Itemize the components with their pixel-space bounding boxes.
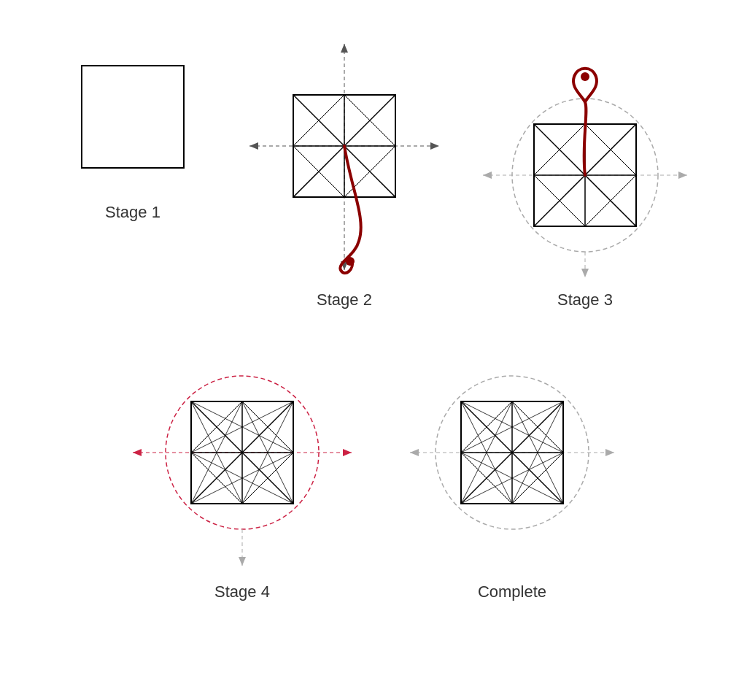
svg-marker-3 bbox=[249, 142, 258, 150]
row-1: Stage 1 bbox=[0, 44, 747, 309]
svg-rect-0 bbox=[82, 66, 184, 168]
svg-point-40 bbox=[581, 72, 589, 81]
stage4-svg bbox=[133, 365, 352, 569]
svg-marker-5 bbox=[341, 44, 348, 53]
svg-marker-25 bbox=[678, 172, 687, 179]
complete-svg bbox=[410, 365, 614, 569]
stage3-container: Stage 3 bbox=[483, 44, 687, 309]
main-container: Stage 1 bbox=[0, 0, 747, 700]
svg-point-20 bbox=[346, 257, 355, 266]
stage2-container: Stage 2 bbox=[249, 44, 439, 309]
svg-marker-24 bbox=[483, 172, 492, 179]
stage1-label: Stage 1 bbox=[105, 203, 160, 222]
row-2: Stage 4 bbox=[0, 365, 747, 601]
svg-marker-4 bbox=[430, 142, 439, 150]
svg-marker-43 bbox=[133, 449, 142, 456]
stage2-label: Stage 2 bbox=[317, 291, 372, 309]
svg-marker-46 bbox=[239, 557, 246, 566]
stage3-label: Stage 3 bbox=[557, 291, 613, 309]
stage2-svg bbox=[249, 44, 439, 277]
stage1-container: Stage 1 bbox=[60, 44, 206, 222]
svg-marker-44 bbox=[343, 449, 352, 456]
svg-marker-80 bbox=[410, 449, 419, 456]
complete-container: Complete bbox=[410, 365, 614, 601]
stage3-svg bbox=[483, 44, 687, 277]
svg-marker-81 bbox=[605, 449, 614, 456]
complete-label: Complete bbox=[478, 582, 546, 601]
stage4-container: Stage 4 bbox=[133, 365, 352, 601]
svg-marker-26 bbox=[581, 269, 589, 277]
stage1-svg bbox=[60, 44, 206, 190]
stage4-label: Stage 4 bbox=[214, 582, 270, 601]
